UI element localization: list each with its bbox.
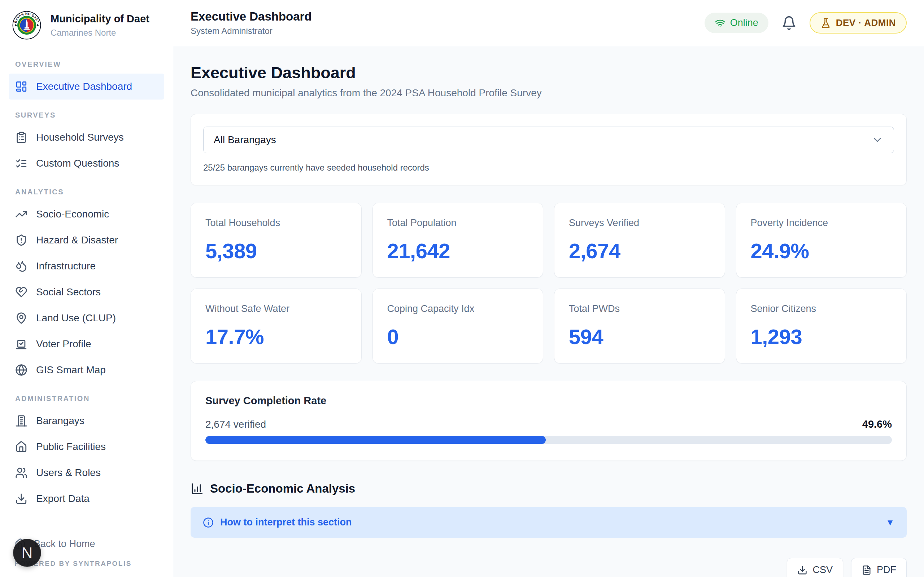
sidebar-item-public-facilities[interactable]: Public Facilities [9, 434, 164, 460]
page-subtitle: Consolidated municipal analytics from th… [191, 87, 907, 99]
sidebar-item-hazard-disaster[interactable]: Hazard & Disaster [9, 227, 164, 253]
completion-verified-label: 2,674 verified [205, 419, 266, 430]
export-actions: CSV PDF [191, 558, 907, 577]
notifications-bell-icon[interactable] [782, 16, 796, 31]
stat-label: Coping Capacity Idx [387, 303, 529, 314]
stat-value: 24.9% [751, 239, 892, 263]
sidebar-item-label: Barangays [36, 415, 84, 427]
topbar-subtitle: System Administrator [191, 26, 312, 36]
stat-card-without-safe-water: Without Safe Water 17.7% [191, 288, 362, 364]
sidebar-item-label: Infrastructure [36, 260, 96, 272]
role-badge-label: DEV · ADMIN [836, 17, 896, 29]
role-badge[interactable]: DEV · ADMIN [809, 12, 907, 34]
sidebar-item-barangays[interactable]: Barangays [9, 408, 164, 434]
completion-progress-track [205, 436, 892, 444]
topbar-actions: Online DEV · ADMIN [704, 12, 907, 34]
stat-value: 5,389 [205, 239, 347, 263]
stats-grid: Total Households 5,389 Total Population … [191, 203, 907, 364]
sidebar-item-social-sectors[interactable]: Social Sectors [9, 279, 164, 305]
file-text-icon [861, 565, 872, 575]
building-icon [15, 415, 27, 427]
chevron-down-icon [871, 134, 884, 146]
stat-value: 21,642 [387, 239, 529, 263]
stat-value: 2,674 [569, 239, 710, 263]
sidebar-item-label: Export Data [36, 493, 89, 504]
stat-label: Total Population [387, 218, 529, 229]
page-title: Executive Dashboard [191, 63, 907, 82]
nextjs-dev-overlay-button[interactable]: N [13, 539, 41, 567]
sidebar-item-land-use[interactable]: Land Use (CLUP) [9, 305, 164, 331]
municipal-seal-logo: BAYAN NG DAET CAMARINES NORTE [12, 11, 41, 40]
download-icon [15, 493, 27, 505]
stat-value: 17.7% [205, 324, 347, 349]
completion-title: Survey Completion Rate [205, 395, 892, 407]
stat-label: Poverty Incidence [751, 218, 892, 229]
section-heading-label: Socio-Economic Analysis [210, 482, 355, 495]
sidebar-item-label: Land Use (CLUP) [36, 312, 116, 324]
stat-label: Senior Citizens [751, 303, 892, 314]
download-icon [797, 565, 808, 575]
export-csv-label: CSV [813, 564, 833, 575]
stat-card-coping-capacity: Coping Capacity Idx 0 [373, 288, 544, 364]
nav-section-administration: ADMINISTRATION [15, 395, 158, 403]
online-status-label: Online [730, 17, 758, 29]
stat-label: Total Households [205, 218, 347, 229]
brand-header: BAYAN NG DAET CAMARINES NORTE Municipali… [0, 0, 173, 50]
topbar: Executive Dashboard System Administrator… [173, 0, 924, 46]
app-root: BAYAN NG DAET CAMARINES NORTE Municipali… [0, 0, 924, 577]
sidebar-item-executive-dashboard[interactable]: Executive Dashboard [9, 74, 164, 100]
shield-alert-icon [15, 234, 27, 246]
sidebar-item-household-surveys[interactable]: Household Surveys [9, 124, 164, 150]
vote-icon [15, 338, 27, 350]
stat-label: Without Safe Water [205, 303, 347, 314]
sidebar-item-label: Public Facilities [36, 441, 106, 453]
sidebar-item-label: Hazard & Disaster [36, 234, 118, 246]
sidebar-item-label: Socio-Economic [36, 208, 109, 220]
content-column: Executive Dashboard System Administrator… [173, 0, 924, 577]
sidebar: BAYAN NG DAET CAMARINES NORTE Municipali… [0, 0, 173, 577]
heart-handshake-icon [15, 286, 27, 298]
sidebar-item-voter-profile[interactable]: Voter Profile [9, 331, 164, 357]
stat-card-total-pwds: Total PWDs 594 [554, 288, 725, 364]
socio-economic-section-heading: Socio-Economic Analysis [191, 482, 907, 495]
stat-value: 0 [387, 324, 529, 349]
topbar-title: Executive Dashboard [191, 10, 312, 23]
sidebar-item-label: Voter Profile [36, 338, 91, 350]
sidebar-item-infrastructure[interactable]: Infrastructure [9, 253, 164, 279]
info-icon [203, 517, 214, 528]
sidebar-item-label: Household Surveys [36, 132, 124, 143]
interpret-section-toggle[interactable]: How to interpret this section ▼ [191, 507, 907, 538]
clipboard-list-icon [15, 131, 27, 143]
stat-value: 1,293 [751, 324, 892, 349]
users-icon [15, 467, 27, 479]
nav-section-surveys: SURVEYS [15, 111, 158, 119]
sidebar-item-custom-questions[interactable]: Custom Questions [9, 150, 164, 176]
trending-up-icon [15, 208, 27, 220]
sidebar-item-socio-economic[interactable]: Socio-Economic [9, 201, 164, 227]
barangay-select-value: All Barangays [214, 134, 276, 146]
sidebar-item-label: Executive Dashboard [36, 81, 132, 92]
interpret-section-label: How to interpret this section [220, 517, 352, 528]
home-icon [15, 441, 27, 453]
sidebar-item-label: GIS Smart Map [36, 364, 106, 376]
main-content: Executive Dashboard Consolidated municip… [173, 46, 924, 577]
stat-card-total-population: Total Population 21,642 [373, 203, 544, 278]
online-status-badge: Online [704, 13, 769, 33]
nav-section-analytics: ANALYTICS [15, 188, 158, 196]
bar-chart-icon [191, 482, 204, 495]
back-to-home-label: Back to Home [34, 538, 95, 550]
export-pdf-button[interactable]: PDF [851, 558, 907, 577]
sidebar-item-gis-smart-map[interactable]: GIS Smart Map [9, 357, 164, 383]
sidebar-item-users-roles[interactable]: Users & Roles [9, 460, 164, 486]
sidebar-item-label: Users & Roles [36, 467, 101, 479]
nav-section-overview: OVERVIEW [15, 60, 158, 69]
barangay-select[interactable]: All Barangays [203, 127, 894, 153]
barangay-filter-helper: 25/25 barangays currently have seeded ho… [203, 163, 894, 173]
stat-card-poverty-incidence: Poverty Incidence 24.9% [736, 203, 907, 278]
stat-card-total-households: Total Households 5,389 [191, 203, 362, 278]
completion-row: 2,674 verified 49.6% [205, 418, 892, 430]
sidebar-item-export-data[interactable]: Export Data [9, 486, 164, 512]
barangay-filter-card: All Barangays 25/25 barangays currently … [191, 114, 907, 185]
stat-card-senior-citizens: Senior Citizens 1,293 [736, 288, 907, 364]
export-csv-button[interactable]: CSV [787, 558, 843, 577]
